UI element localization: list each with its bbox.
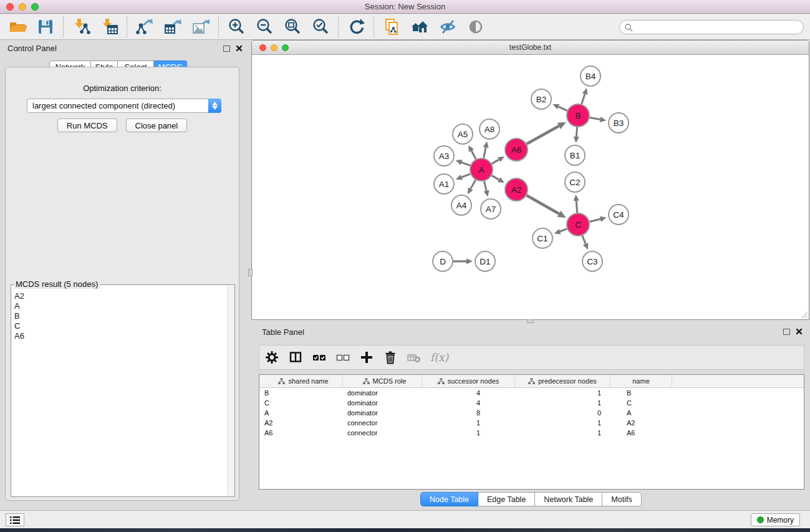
shared-column-icon [363, 378, 370, 385]
control-panel-float-icon[interactable] [223, 46, 230, 52]
task-list-icon [9, 516, 21, 525]
graph-edge-A-A3[interactable] [461, 162, 470, 165]
table-row[interactable]: A2connector11A2 [259, 418, 804, 428]
table-row[interactable]: Cdominator41C [259, 398, 804, 408]
zoom-selected-icon[interactable] [311, 17, 330, 36]
control-panel-close-icon[interactable] [236, 45, 243, 52]
graph-edge-B-B3[interactable] [590, 117, 600, 119]
mcds-result-item[interactable]: A6 [14, 331, 227, 341]
vertical-splitter-handle[interactable] [248, 269, 253, 276]
open-session-icon[interactable] [8, 17, 27, 36]
mcds-result-list[interactable]: A2 A B C A6 [11, 291, 227, 496]
search-input[interactable] [635, 22, 803, 33]
column-header-mcds-role[interactable]: MCDS role [343, 375, 422, 387]
horizontal-splitter-handle[interactable] [527, 319, 534, 323]
mcds-result-item[interactable]: C [14, 321, 227, 331]
deselect-all-checkboxes-icon[interactable] [335, 350, 350, 365]
export-image-icon[interactable] [191, 17, 210, 36]
graph-edge-A-A8[interactable] [484, 147, 486, 158]
zoom-traffic-light[interactable] [31, 3, 39, 11]
graph-edge-B-B1[interactable] [576, 127, 577, 137]
graph-edge-arrowhead [574, 137, 579, 143]
column-header-successor-nodes[interactable]: successor nodes [422, 375, 515, 387]
graph-edge-A-A7[interactable] [484, 181, 486, 190]
function-builder-fx-icon: f(x) [430, 351, 448, 364]
graph-edge-C-C4[interactable] [589, 219, 600, 221]
new-network-from-selection-icon[interactable] [382, 17, 401, 36]
graph-edge-A-A2[interactable] [491, 175, 499, 180]
tab-edge-table[interactable]: Edge Table [478, 492, 535, 506]
save-session-icon[interactable] [36, 17, 55, 36]
search-field[interactable] [619, 20, 804, 34]
import-table-icon[interactable] [100, 17, 118, 36]
first-neighbors-icon[interactable] [410, 17, 429, 36]
graph-edge-A-A6[interactable] [491, 160, 499, 164]
network-graph[interactable]: B4B2BB3A8A5A6B1A3AC2A1A2A4A7C4CC1C3DD1 [252, 56, 809, 320]
zoom-in-icon[interactable] [227, 17, 246, 36]
graph-edge-C-C1[interactable] [560, 229, 567, 231]
window-resize-grip[interactable] [800, 311, 808, 319]
graph-node-label-B: B [575, 111, 581, 120]
graph-edge-arrowhead [484, 190, 489, 197]
table-row[interactable]: A6connector11A6 [259, 428, 804, 438]
mcds-result-scrollbar[interactable] [228, 286, 234, 496]
import-network-icon[interactable] [72, 17, 90, 36]
hide-selected-eye-icon[interactable] [438, 17, 457, 36]
zoom-fit-icon[interactable] [283, 17, 302, 36]
column-settings-gear-icon[interactable] [264, 350, 279, 365]
graph-edge-B-B2[interactable] [558, 107, 567, 110]
export-network-icon[interactable] [135, 17, 154, 36]
graph-node-label-B2: B2 [536, 95, 547, 104]
search-icon [624, 23, 633, 32]
table-panel-close-icon[interactable] [796, 328, 803, 335]
export-table-icon[interactable] [163, 17, 182, 36]
network-zoom-traffic-light[interactable] [282, 44, 289, 51]
graph-edge-A-A5[interactable] [471, 151, 476, 160]
graph-edge-A2-C[interactable] [527, 195, 559, 213]
minimize-traffic-light[interactable] [19, 3, 26, 11]
delete-rows-trash-icon[interactable] [383, 350, 398, 365]
mcds-result-item[interactable]: B [14, 311, 227, 321]
run-mcds-button[interactable]: Run MCDS [57, 118, 117, 132]
tab-motifs[interactable]: Motifs [602, 492, 641, 506]
network-window-titlebar[interactable]: testGlobe.txt [252, 41, 809, 55]
show-all-eye-icon[interactable] [466, 17, 485, 36]
network-canvas[interactable]: B4B2BB3A8A5A6B1A3AC2A1A2A4A7C4CC1C3DD1 [252, 56, 809, 319]
graph-edge-A-A1[interactable] [461, 174, 470, 177]
close-panel-button[interactable]: Close panel [126, 118, 188, 132]
graph-edge-arrowhead [600, 216, 607, 222]
select-all-checkboxes-icon[interactable] [312, 350, 327, 365]
graph-edge-A6-B[interactable] [527, 126, 559, 144]
graph-edge-arrowhead [574, 195, 579, 201]
table-row[interactable]: Bdominator41B [259, 388, 804, 398]
task-history-button[interactable] [6, 513, 24, 526]
table-toolbar: f(x) [259, 345, 804, 370]
close-traffic-light[interactable] [6, 3, 14, 11]
graph-edge-B-B4[interactable] [582, 94, 585, 104]
graph-edge-A-A4[interactable] [471, 180, 476, 189]
graph-node-label-A: A [478, 165, 484, 175]
network-close-traffic-light[interactable] [259, 44, 266, 51]
refresh-icon[interactable] [347, 17, 365, 36]
tab-node-table[interactable]: Node Table [420, 492, 478, 506]
column-header-predecessor-nodes[interactable]: predecessor nodes [515, 375, 610, 387]
criterion-dropdown[interactable]: largest connected component (directed) [27, 99, 221, 113]
tab-network-table[interactable]: Network Table [535, 492, 602, 506]
show-columns-icon[interactable] [288, 350, 303, 365]
table-row[interactable]: Adominator80A [259, 408, 804, 418]
memory-button[interactable]: Memory [751, 513, 800, 526]
add-row-icon[interactable] [359, 350, 374, 365]
main-toolbar [0, 14, 810, 40]
control-panel-title: Control Panel [7, 44, 57, 53]
zoom-out-icon[interactable] [255, 17, 274, 36]
mcds-result-item[interactable]: A [14, 301, 227, 311]
graph-edge-C-C3[interactable] [582, 236, 586, 244]
network-minimize-traffic-light[interactable] [271, 44, 277, 51]
column-header-name[interactable]: name [610, 375, 672, 387]
table-panel-float-icon[interactable] [783, 329, 790, 335]
column-header-shared-name[interactable]: shared name [259, 375, 343, 387]
graph-node-label-D: D [440, 257, 446, 266]
mcds-result-item[interactable]: A2 [14, 291, 227, 301]
graph-node-label-B4: B4 [586, 72, 596, 81]
graph-edge-C-C2[interactable] [576, 201, 577, 213]
